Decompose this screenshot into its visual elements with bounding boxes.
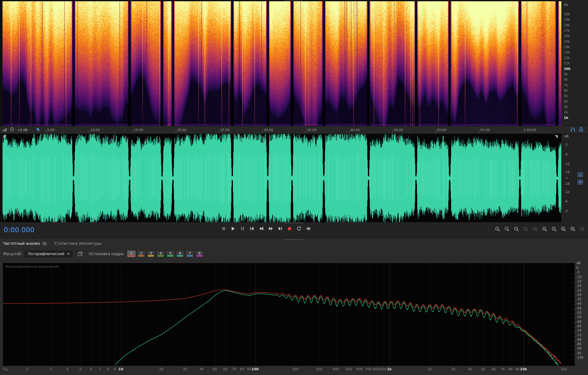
- channel-badge-r[interactable]: R: [578, 180, 583, 185]
- copy-graph-icon[interactable]: [76, 250, 84, 257]
- x-tick-label: 6k: [492, 367, 496, 371]
- zoom-selection-full-button[interactable]: []: [560, 226, 567, 232]
- analysis-controls: Масштаб: Логарифмический Остановка кадра…: [0, 249, 203, 259]
- skip-playhead-button[interactable]: [305, 225, 312, 232]
- db-tick-label: -6: [564, 153, 568, 157]
- y-tick-label: -70: [576, 329, 581, 333]
- pause-button[interactable]: [239, 225, 246, 232]
- record-button[interactable]: [286, 225, 293, 232]
- zoom-to-selection-button[interactable]: □: [532, 226, 538, 232]
- panel-menu-icon[interactable]: [42, 242, 46, 245]
- analysis-panel-resize-handle[interactable]: [285, 239, 304, 240]
- levels-icon[interactable]: [3, 127, 7, 133]
- x-tick-label: 4k: [468, 367, 472, 371]
- frame-hold-4-button[interactable]: 4: [157, 251, 165, 257]
- gain-readout[interactable]: +0 dB: [17, 128, 28, 132]
- zoom-toolbar: +−+−□[][]↺□: [494, 226, 585, 232]
- y-tick-label: -85: [576, 342, 581, 346]
- zoom-full-file-button[interactable]: □: [579, 226, 585, 232]
- ruler-tick: [271, 132, 272, 133]
- frame-hold-6-button[interactable]: 6: [176, 251, 184, 257]
- waveform-resize-handle[interactable]: [285, 222, 304, 223]
- x-tick-label: 20: [159, 367, 164, 371]
- db-tick-label: -∞: [564, 176, 568, 180]
- frequency-graph-canvas[interactable]: [3, 263, 575, 366]
- channel-badge-l[interactable]: L: [578, 172, 583, 177]
- frame-hold-2-button[interactable]: 2: [137, 251, 145, 257]
- ruler-tick: [496, 132, 497, 133]
- x-tick-label: 1k: [387, 367, 392, 371]
- y-tick-label: -50: [576, 311, 581, 315]
- frame-hold-number: 8: [198, 251, 201, 255]
- zoom-out-amplitude-button[interactable]: −: [522, 226, 529, 232]
- y-tick-label: -45: [576, 307, 581, 310]
- rewind-button[interactable]: [258, 225, 265, 232]
- playhead-cursor-icon[interactable]: [36, 127, 41, 133]
- svg-text:[: [: [544, 228, 544, 230]
- spectrogram-canvas[interactable]: [3, 1, 561, 126]
- time-label: 15:00: [134, 128, 143, 132]
- ruler-tick: [349, 130, 349, 133]
- graph-db-axis: дБ0-5-10-15-20-25-30-35-40-45-50-55-60-6…: [576, 261, 588, 365]
- skip-to-end-button[interactable]: [277, 225, 283, 232]
- y-tick-label: -80: [576, 338, 581, 342]
- ruler-tick: [167, 132, 167, 133]
- ruler-tick: [306, 130, 306, 133]
- timeline-ruler[interactable]: 5:0010:0015:0020:0025:0030:0035:0040:004…: [0, 126, 588, 134]
- zoom-in-amplitude-button[interactable]: +: [513, 226, 520, 232]
- x-tick-label: 80: [240, 367, 244, 371]
- time-label: 50:00: [437, 128, 446, 132]
- zoom-in-time-button[interactable]: +: [494, 226, 501, 232]
- ruler-tick: [80, 132, 81, 133]
- playhead-time-display[interactable]: 0:00.000: [4, 226, 35, 234]
- loop-playback-button[interactable]: [296, 225, 302, 232]
- db-tick-label: -12: [564, 190, 569, 194]
- freq-tick-label: 10k: [564, 67, 571, 71]
- ruler-tick: [262, 130, 263, 133]
- clock-icon[interactable]: [10, 127, 14, 133]
- ruler-tick: [401, 132, 401, 133]
- graph-overlay-label: Анализированное выделение: [5, 265, 59, 269]
- frame-hold-8-button[interactable]: 8: [196, 251, 203, 257]
- chevron-down-icon: [67, 253, 70, 255]
- monitor-headphones-icon[interactable]: [570, 127, 575, 133]
- time-label: 45:00: [394, 128, 403, 132]
- frame-hold-1-button[interactable]: 1: [127, 251, 135, 257]
- frame-hold-5-button[interactable]: 5: [166, 251, 174, 257]
- fast-forward-button[interactable]: [267, 225, 274, 232]
- freq-tick-label: 5k: [564, 94, 568, 98]
- waveform-corner-grip-right[interactable]: [554, 135, 558, 139]
- ruler-tick: [453, 132, 453, 133]
- ruler-tick: [106, 132, 107, 133]
- metronome-icon[interactable]: [579, 127, 584, 133]
- zoom-reset-button[interactable]: ↺: [569, 226, 576, 232]
- db-tick-label: -18: [564, 170, 569, 174]
- scale-dropdown[interactable]: Логарифмический: [25, 250, 73, 257]
- waveform-corner-grip-left[interactable]: [3, 135, 7, 139]
- ruler-tick: [228, 132, 228, 133]
- stop-button[interactable]: [220, 225, 227, 232]
- svg-text:−: −: [506, 228, 507, 230]
- waveform-canvas[interactable]: [3, 134, 561, 222]
- ruler-left-controls: +0 dB: [3, 126, 41, 134]
- frame-hold-label: Остановка кадра:: [89, 252, 124, 256]
- x-tick-label: 100: [251, 367, 259, 371]
- ruler-tick: [514, 132, 514, 133]
- transport-bar: 0:00.000 +−+−□[][]↺□: [0, 222, 588, 238]
- ruler-tick: [332, 132, 332, 133]
- frame-hold-7-button[interactable]: 7: [186, 251, 194, 257]
- skip-to-start-button[interactable]: [249, 225, 255, 232]
- ruler-tick: [210, 132, 211, 133]
- tab-amplitude-statistics[interactable]: Статистика Амплитуды: [55, 241, 102, 246]
- frame-hold-color-bar: [197, 255, 202, 256]
- zoom-selection-out-point-button[interactable]: ]: [551, 226, 557, 232]
- play-button[interactable]: [230, 225, 236, 232]
- time-label: 35:00: [307, 128, 316, 132]
- frame-hold-3-button[interactable]: 3: [147, 251, 155, 257]
- graph-frequency-axis: Гц23456789102030405060708090100200300400…: [0, 365, 588, 374]
- tab-frequency-analysis[interactable]: Частотный анализ: [3, 241, 40, 246]
- zoom-selection-in-point-button[interactable]: [: [541, 226, 548, 232]
- zoom-out-time-button[interactable]: −: [504, 226, 510, 232]
- panel-resize-handle[interactable]: [285, 0, 304, 1]
- time-label: 30:00: [264, 128, 273, 132]
